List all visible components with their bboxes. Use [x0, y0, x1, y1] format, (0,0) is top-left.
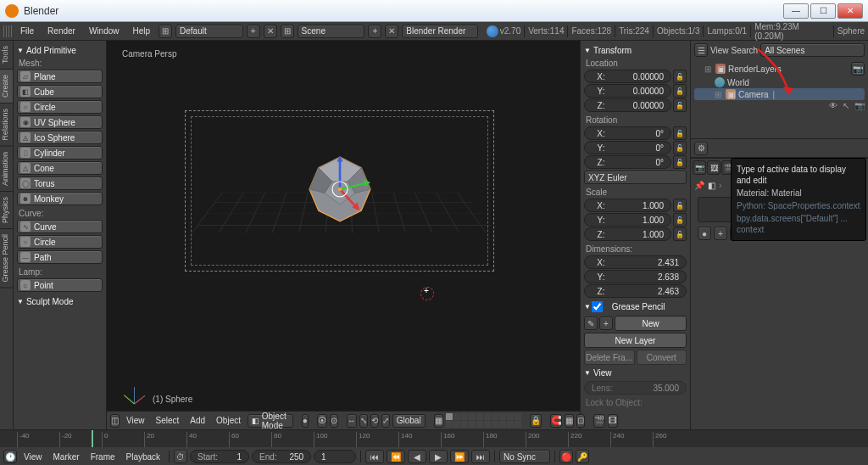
add-monkey-button[interactable]: ☻Monkey — [17, 192, 103, 205]
gp-convert-button[interactable]: Convert — [637, 350, 687, 365]
jump-start-icon[interactable]: ⏮ — [365, 450, 384, 463]
tab-create[interactable]: Create — [0, 70, 13, 104]
outliner-menu-search[interactable]: Search — [732, 46, 759, 55]
panel-view[interactable]: View — [584, 368, 687, 378]
material-add-icon[interactable]: + — [714, 227, 727, 240]
pin-icon[interactable]: 📌 — [694, 181, 704, 190]
manipulator-toggle-icon[interactable]: ↔ — [347, 414, 357, 428]
eye-icon[interactable]: 👁 — [829, 101, 837, 110]
mesh-object[interactable] — [302, 151, 378, 227]
tab-render-icon[interactable]: 📷 — [693, 160, 706, 175]
manipulate-center-icon[interactable]: ⊙ — [330, 414, 338, 428]
render-engine-dropdown[interactable]: Blender Render — [402, 25, 478, 38]
editor-type-3dview-icon[interactable]: ◫ — [110, 414, 120, 428]
sync-mode-dropdown[interactable]: No Sync — [499, 450, 550, 463]
outliner-item-renderlayers[interactable]: ⊞▣RenderLayers📷 — [694, 61, 865, 76]
shading-solid-icon[interactable]: ● — [302, 414, 309, 428]
add-uvsphere-button[interactable]: ◉UV Sphere — [17, 115, 103, 129]
timeline-menu-frame[interactable]: Frame — [86, 451, 120, 463]
timeline-menu-marker[interactable]: Marker — [49, 451, 84, 463]
tab-animation[interactable]: Animation — [0, 147, 13, 192]
viewport-menu-view[interactable]: View — [122, 414, 149, 427]
location-z-field[interactable]: Z:0.00000 — [584, 98, 671, 112]
jump-end-icon[interactable]: ⏭ — [471, 450, 490, 463]
current-frame-field[interactable]: 1 — [314, 450, 356, 463]
rotation-y-field[interactable]: Y:0° — [584, 141, 671, 154]
play-icon[interactable]: ▶ — [429, 450, 448, 463]
lock-icon[interactable]: 🔓 — [673, 199, 687, 212]
outliner-menu-view[interactable]: View — [710, 46, 729, 55]
screen-browse-icon[interactable]: ⊞ — [159, 25, 172, 38]
lock-icon[interactable]: 🔓 — [673, 227, 687, 241]
lock-camera-icon[interactable]: 🔒 — [530, 414, 542, 428]
keyframe-prev-icon[interactable]: ⏪ — [387, 450, 405, 463]
add-curve-button[interactable]: ∿Curve — [17, 220, 103, 233]
add-cone-button[interactable]: △Cone — [17, 161, 103, 175]
timeline-editor-icon[interactable]: 🕐 — [3, 450, 17, 463]
location-x-field[interactable]: X:0.00000 — [584, 70, 671, 83]
tab-physics[interactable]: Physics — [0, 192, 13, 229]
location-y-field[interactable]: Y:0.00000 — [584, 84, 671, 98]
editor-type-icon[interactable] — [3, 25, 12, 37]
properties-editor-icon[interactable]: ⚙ — [694, 142, 708, 155]
translate-manip-icon[interactable]: ⤡ — [359, 414, 368, 428]
material-browse-icon[interactable]: ● — [698, 227, 711, 240]
add-circle-button[interactable]: ○Circle — [17, 100, 103, 114]
rotation-mode-dropdown[interactable]: XYZ Euler — [584, 171, 687, 184]
gp-new-button[interactable]: New — [615, 316, 687, 331]
rotation-z-field[interactable]: Z:0° — [584, 155, 671, 169]
gp-checkbox[interactable] — [592, 301, 603, 312]
lock-icon[interactable]: 🔓 — [673, 141, 687, 154]
gp-add-icon[interactable]: + — [599, 317, 613, 330]
mode-dropdown[interactable]: ◧ Object Mode — [248, 414, 293, 428]
scale-x-field[interactable]: X:1.000 — [584, 199, 671, 212]
gp-new-layer-button[interactable]: New Layer — [584, 333, 687, 348]
window-close-button[interactable]: ✕ — [837, 3, 863, 19]
keyframe-next-icon[interactable]: ⏩ — [450, 450, 469, 463]
start-frame-field[interactable]: Start:1 — [190, 450, 249, 463]
timeline-current-frame-indicator[interactable] — [92, 430, 93, 447]
pivot-median-icon[interactable]: ⦿ — [317, 414, 327, 428]
add-torus-button[interactable]: ◯Torus — [17, 176, 103, 190]
add-curve-circle-button[interactable]: ○Circle — [17, 235, 103, 249]
dim-y-field[interactable]: Y:2.638 — [584, 270, 687, 283]
restrict-render-icon[interactable]: 📷 — [851, 62, 865, 76]
viewport-menu-select[interactable]: Select — [152, 414, 184, 427]
scene-add-button[interactable]: + — [368, 25, 381, 38]
tab-grease-pencil[interactable]: Grease Pencil — [0, 229, 13, 289]
tab-renderlayers-icon[interactable]: 🖼 — [707, 160, 721, 175]
keyingset-icon[interactable]: 🔑 — [576, 450, 589, 463]
dim-x-field[interactable]: X:2.431 — [584, 255, 687, 269]
render-preview-icon[interactable]: 🎬 — [593, 414, 605, 428]
outliner-item-world[interactable]: World — [694, 76, 865, 88]
menu-file[interactable]: File — [15, 25, 39, 37]
snap-toggle-icon[interactable]: 🧲 — [550, 414, 562, 428]
scene-dropdown[interactable]: Scene — [298, 25, 365, 38]
panel-transform[interactable]: Transform — [584, 46, 687, 55]
use-preview-range-icon[interactable]: ⏱ — [174, 450, 187, 463]
menu-help[interactable]: Help — [127, 25, 155, 37]
timeline-menu-view[interactable]: View — [19, 451, 47, 463]
add-path-button[interactable]: ―Path — [17, 250, 103, 264]
layout-remove-button[interactable]: ✕ — [264, 25, 277, 38]
scene-browse-icon[interactable]: ⊞ — [281, 25, 294, 38]
viewport-menu-add[interactable]: Add — [186, 414, 209, 427]
play-reverse-icon[interactable]: ◀ — [408, 450, 426, 463]
orientation-dropdown[interactable]: Global — [392, 414, 426, 428]
panel-grease-pencil[interactable]: Grease Pencil — [584, 301, 687, 312]
layout-add-button[interactable]: + — [247, 25, 260, 38]
snap-element-icon[interactable]: ▦ — [565, 414, 574, 428]
lock-icon[interactable]: 🔓 — [673, 98, 687, 112]
timeline-menu-playback[interactable]: Playback — [122, 451, 165, 463]
add-cylinder-button[interactable]: ⌷Cylinder — [17, 146, 103, 160]
menu-render[interactable]: Render — [42, 25, 81, 37]
add-point-lamp-button[interactable]: ☼Point — [17, 278, 103, 292]
rotation-x-field[interactable]: X:0° — [584, 126, 671, 140]
viewport-menu-object[interactable]: Object — [212, 414, 245, 427]
tab-relations[interactable]: Relations — [0, 104, 13, 147]
tab-tools[interactable]: Tools — [0, 41, 13, 70]
render-icon[interactable]: 📷 — [854, 101, 865, 110]
menu-window[interactable]: Window — [84, 25, 125, 37]
gp-delete-frame-button[interactable]: Delete Fra... — [584, 350, 635, 365]
snap-target-icon[interactable]: ⊡ — [576, 414, 585, 428]
